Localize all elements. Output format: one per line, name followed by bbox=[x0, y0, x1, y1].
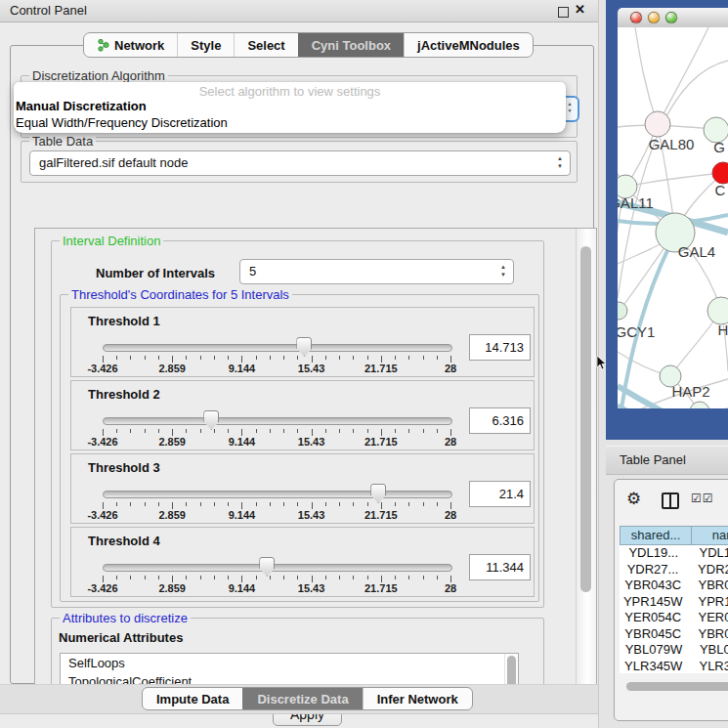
threshold-label: Threshold 2 bbox=[88, 387, 160, 402]
tab-style[interactable]: Style bbox=[177, 33, 234, 57]
threshold-value-field[interactable]: 6.316 bbox=[469, 407, 531, 434]
table-row[interactable]: YDR27...YDR2 bbox=[620, 562, 728, 578]
network-canvas[interactable]: GAL80GCGAL11GAL4GCY1HHAP2 bbox=[618, 27, 728, 408]
network-edge[interactable] bbox=[658, 27, 708, 125]
network-node-h[interactable] bbox=[707, 297, 728, 324]
slider-tick bbox=[158, 576, 159, 579]
slider-tick bbox=[186, 356, 187, 360]
slider-tick bbox=[172, 356, 173, 363]
table-row[interactable]: YBL079WYBL0 bbox=[620, 642, 728, 659]
minimize-traffic-light[interactable] bbox=[648, 12, 660, 23]
network-node-label: GAL4 bbox=[678, 243, 715, 260]
network-window-titlebar[interactable] bbox=[618, 8, 728, 28]
slider-tick bbox=[145, 356, 146, 360]
panel-scrollbar-thumb[interactable] bbox=[580, 246, 591, 592]
threshold-slider-track[interactable] bbox=[103, 417, 452, 425]
slider-tick bbox=[270, 356, 271, 360]
attributes-group-label: Attributes to discretize bbox=[60, 611, 191, 625]
slider-tick bbox=[325, 429, 326, 433]
slider-tick bbox=[116, 356, 117, 360]
panel-scrollbar[interactable] bbox=[576, 229, 596, 696]
table-data-combobox[interactable]: galFiltered.sif default node ▲▼ bbox=[29, 150, 571, 176]
slider-tick bbox=[353, 356, 354, 360]
slider-tick-label: 21.715 bbox=[364, 436, 398, 448]
cell-name: YBR0 bbox=[687, 578, 728, 594]
slider-tick-label: 9.144 bbox=[229, 436, 256, 448]
slider-tick bbox=[408, 356, 409, 360]
threshold-slider-track[interactable] bbox=[103, 564, 452, 572]
threshold-value-field[interactable]: 11.344 bbox=[469, 554, 531, 580]
slider-tick bbox=[200, 576, 201, 579]
threshold-slider-track[interactable] bbox=[103, 344, 452, 352]
tab-cyni-toolbox[interactable]: Cyni Toolbox bbox=[298, 33, 404, 57]
threshold-slider-track[interactable] bbox=[103, 491, 452, 498]
cell-name: YPR1 bbox=[687, 594, 728, 611]
float-window-icon[interactable] bbox=[558, 7, 569, 18]
bottom-tab-infer-network[interactable]: Infer Network bbox=[363, 688, 472, 709]
split-columns-icon[interactable] bbox=[662, 492, 679, 509]
threshold-2-panel: Threshold 2-3.4262.8599.14415.4321.71528… bbox=[70, 380, 535, 450]
close-icon[interactable]: ✕ bbox=[575, 2, 585, 17]
cell-shared-name: YLR345W bbox=[620, 659, 687, 674]
network-node-label: GAL80 bbox=[649, 136, 695, 152]
algorithm-option-equal-width[interactable]: Equal Width/Frequency Discretization bbox=[16, 115, 228, 130]
slider-tick bbox=[450, 429, 451, 436]
tab-label: Network bbox=[114, 38, 164, 53]
thresholds-group: Threshold's Coordinates for 5 Intervals … bbox=[60, 294, 539, 602]
slider-tick bbox=[297, 576, 298, 579]
slider-tick-label: 15.43 bbox=[298, 436, 325, 448]
threshold-slider-thumb[interactable] bbox=[259, 557, 275, 577]
column-header-name[interactable]: name bbox=[692, 526, 728, 545]
threshold-4-panel: Threshold 4-3.4262.8599.14415.4321.71528… bbox=[70, 527, 535, 597]
network-node-label: H bbox=[718, 321, 728, 338]
cell-name: YBR0 bbox=[687, 626, 728, 643]
threshold-slider-thumb[interactable] bbox=[296, 337, 312, 357]
slider-tick bbox=[339, 429, 340, 433]
cell-shared-name: YDL19... bbox=[620, 545, 687, 562]
slider-tick bbox=[214, 502, 215, 506]
threshold-value-field[interactable]: 21.4 bbox=[469, 481, 531, 507]
slider-tick bbox=[353, 576, 354, 579]
threshold-slider-thumb[interactable] bbox=[203, 410, 219, 430]
slider-tick bbox=[450, 576, 451, 582]
slider-tick bbox=[339, 576, 340, 579]
bottom-tab-impute-data[interactable]: Impute Data bbox=[143, 688, 242, 709]
slider-tick bbox=[103, 356, 104, 363]
zoom-traffic-light[interactable] bbox=[665, 12, 677, 23]
slider-tick bbox=[130, 356, 131, 360]
table-row[interactable]: YDL19...YDL1 bbox=[620, 545, 728, 562]
tab-select[interactable]: Select bbox=[234, 33, 297, 57]
close-traffic-light[interactable] bbox=[630, 12, 642, 23]
network-edge[interactable] bbox=[635, 27, 658, 125]
table-hscroll-thumb[interactable] bbox=[626, 682, 728, 691]
table-body: YDL19...YDL1YDR27...YDR2YBR043CYBR0YPR14… bbox=[620, 545, 728, 673]
tab-jactivemnodules[interactable]: jActiveMNodules bbox=[404, 33, 533, 57]
table-panel-titlebar: Table Panel bbox=[606, 446, 728, 475]
tab-label: Style bbox=[191, 38, 221, 53]
network-node-gal80[interactable] bbox=[645, 111, 670, 137]
slider-tick-label: -3.426 bbox=[87, 363, 117, 374]
table-row[interactable]: YER054CYER0 bbox=[620, 610, 728, 626]
attribute-item[interactable]: SelfLoops bbox=[61, 654, 518, 672]
network-node-gcy1[interactable] bbox=[618, 302, 627, 320]
table-row[interactable]: YBR043CYBR0 bbox=[620, 578, 728, 594]
cell-shared-name: YBL079W bbox=[620, 642, 688, 659]
checkboxes-icon[interactable]: ☑☑ bbox=[691, 492, 714, 505]
bottom-tab-discretize-data[interactable]: Discretize Data bbox=[242, 688, 362, 709]
slider-tick bbox=[200, 502, 201, 506]
slider-tick-label: 9.144 bbox=[229, 582, 256, 594]
column-header-shared-name[interactable]: shared... bbox=[620, 526, 692, 545]
table-row[interactable]: YLR345WYLR3 bbox=[620, 659, 728, 674]
threshold-slider-thumb[interactable] bbox=[370, 484, 386, 503]
slider-tick-label: 2.859 bbox=[158, 582, 186, 594]
tab-network[interactable]: Network bbox=[84, 33, 177, 57]
table-row[interactable]: YPR145WYPR1 bbox=[620, 594, 728, 611]
gear-icon[interactable]: ⚙ bbox=[626, 489, 641, 509]
table-horizontal-scrollbar[interactable] bbox=[620, 681, 728, 692]
num-intervals-combobox[interactable]: 5 ▲▼ bbox=[239, 259, 514, 284]
algorithm-option-manual[interactable]: Manual Discretization bbox=[16, 99, 147, 113]
table-row[interactable]: YBR045CYBR0 bbox=[620, 626, 728, 643]
slider-tick bbox=[186, 502, 187, 506]
slider-tick-label: 2.859 bbox=[158, 509, 186, 521]
threshold-value-field[interactable]: 14.713 bbox=[469, 334, 531, 361]
